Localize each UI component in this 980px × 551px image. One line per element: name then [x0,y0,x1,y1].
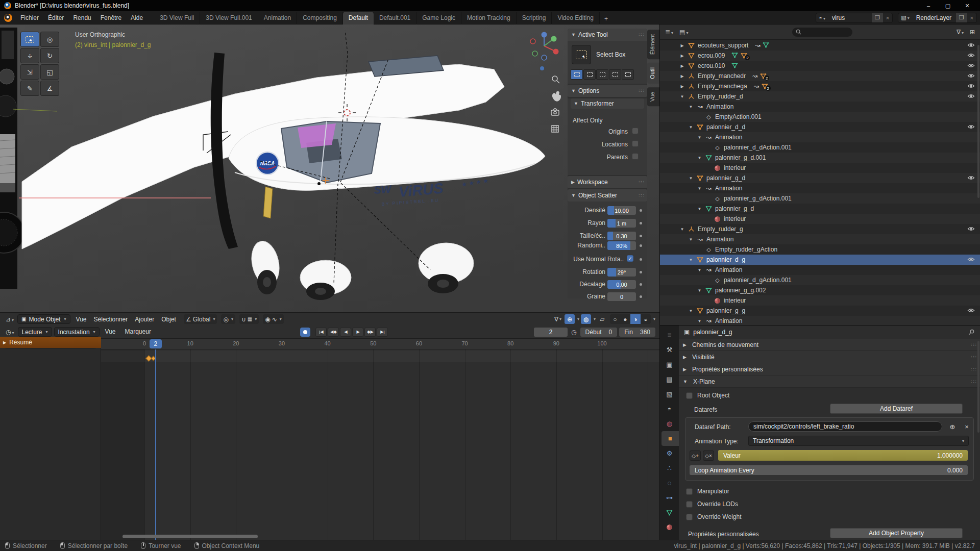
visibility-eye-icon[interactable] [967,53,975,60]
workspace-tab-compositing[interactable]: Compositing [297,12,343,24]
workspace-tab-3d-view-full[interactable]: 3D View Full [154,12,200,24]
disclosure-arrow-icon[interactable]: ▼ [697,156,702,160]
tool-cursor-button[interactable]: ◎ [40,32,59,47]
menu-fichier[interactable]: Fichier [16,13,43,23]
outliner-item-palonnier-g-g-002[interactable]: ▼palonnier_g_g.002 [660,285,980,295]
remove-keyframe-icon[interactable]: ◇× [703,450,714,461]
menu-éditer[interactable]: Éditer [44,13,68,23]
workspace-tab-animation[interactable]: Animation [258,12,297,24]
visibility-eye-icon[interactable] [967,124,975,131]
select-mode-invert-button[interactable] [609,69,621,80]
editor-type-3dview-icon[interactable]: ⊿▾ [4,316,15,323]
rotation-slider[interactable]: 29° [607,268,636,277]
properties-scrollbar[interactable] [977,341,979,433]
dataref-delete-icon[interactable]: × [961,421,972,432]
disclosure-arrow-icon[interactable]: ▶ [679,54,685,58]
timeline-menu-lecture[interactable]: Lecture▾ [18,327,52,337]
timeline-horizontal-scrollbar[interactable] [122,535,258,538]
menu-fenêtre[interactable]: Fenêtre [96,13,126,23]
outliner-item-palonnier-g-daction-001[interactable]: ◇palonnier_g_dAction.001 [660,193,980,204]
disclosure-arrow-icon[interactable]: ▼ [697,186,702,191]
select-mode-extend-button[interactable] [583,69,596,80]
visibility-eye-icon[interactable] [967,42,975,49]
outliner-item-empty-rudder-gaction[interactable]: ◇Empty_rudder_gAction [660,244,980,255]
disclosure-arrow-icon[interactable]: ▶ [679,74,685,79]
add-workspace-button[interactable]: + [600,13,612,24]
timeline-keyframe-area[interactable] [101,349,659,540]
3d-viewport[interactable]: NASA SW ViRUS ★ ★ ★ ★ BY PIPISTREL .EU [0,24,659,325]
close-button[interactable]: ✕ [959,1,976,10]
animate-property-dot[interactable] [640,258,642,261]
affect-locations-checkbox[interactable] [632,140,639,147]
outliner-item-animation[interactable]: ▼↝Animation [660,183,980,193]
outliner-item-empty-manchedr[interactable]: ▶Empty_manchedr↝2 [660,71,980,81]
outliner-item-palonnier-d-gaction-001[interactable]: ◇palonnier_d_gAction.001 [660,275,980,285]
animate-property-dot[interactable] [640,244,642,247]
outliner-item-animation[interactable]: ▼↝Animation [660,102,980,112]
properties-tab-view-layer[interactable]: ▧ [660,387,679,402]
disclosure-arrow-icon[interactable]: ▶ [679,64,685,68]
transformer-subpanel-header[interactable]: ▼ Transformer [571,98,644,109]
dataref-search-icon[interactable]: ⊕ [947,421,958,432]
visibility-eye-icon[interactable] [967,73,975,80]
outliner-scrollbar[interactable] [977,45,979,198]
dataref-value-slider[interactable]: Valeur 1.000000 [718,450,968,461]
override-weight-checkbox[interactable] [686,514,693,520]
current-frame-indicator[interactable]: 2 [150,339,162,348]
channel-summary-row[interactable]: ▶ Résumé [0,337,101,348]
tool-scale-button[interactable]: ⇲ [20,64,39,80]
overlays-toggle-icon[interactable]: ◍ [581,314,591,324]
anim-type-select[interactable]: Transformation ▾ [748,436,969,446]
properties-tab-material[interactable] [660,520,679,535]
maximize-button[interactable]: ▢ [939,1,957,10]
add-object-property-button[interactable]: Add Object Property [830,528,963,538]
viewport-menu-s-lectionner[interactable]: Sélectionner [90,315,132,324]
visibility-eye-icon[interactable] [967,83,975,90]
outliner-item-palonnier-g-d[interactable]: ▼palonnier_g_d [660,204,980,214]
breadcrumb-object-name[interactable]: palonnier_d_g [693,329,732,336]
add-keyframe-icon[interactable]: ◇+ [690,450,701,461]
disclosure-arrow-icon[interactable]: ▼ [697,135,702,140]
frame-end-field[interactable]: Fin 360 [619,328,655,337]
properties-tab-constraints[interactable]: ⊶ [660,490,679,505]
disclosure-arrow-icon[interactable]: ▼ [697,288,702,293]
mode-select[interactable]: ▣ Mode Objet ▾ [17,314,70,324]
outliner-item-empty-rudder-g[interactable]: ▼Empty_rudder_g [660,224,980,234]
workspace-tab-default-001[interactable]: Default.001 [374,12,416,24]
affect-parents-checkbox[interactable] [632,153,639,160]
outliner-item-animation[interactable]: ▼↝Animation [660,234,980,244]
manipulator-checkbox[interactable] [686,488,693,495]
d-calage-slider[interactable]: 0.00 [607,280,636,289]
use-normal-rota--checkbox[interactable]: ✓ [627,255,633,262]
shading-material-icon[interactable]: ◑ [630,314,641,324]
view-layer-name[interactable]: RenderLayer [912,14,956,21]
new-collection-icon[interactable]: ⊞ [968,29,976,36]
animate-property-dot[interactable] [640,271,642,273]
properties-tab-world[interactable]: ◍ [660,416,679,431]
play-button[interactable]: ▶ [352,328,363,337]
loop-animation-field[interactable]: Loop Animation Every 0.000 [690,465,968,475]
active-tool-panel-header[interactable]: ▼ Active Tool ∷∷ [568,29,647,41]
outliner-item-palonnier-g-g[interactable]: ▼palonnier_g_g [660,306,980,316]
editor-type-timeline-icon[interactable]: ◷▾ [4,329,16,336]
timeline-ruler[interactable]: 01020304050607080901002 [101,339,659,349]
proportional-edit-controls[interactable]: ◉∿▾ [263,314,284,324]
outliner-item-ecrou-010[interactable]: ▶ecrou.010 [660,61,980,71]
pivot-point-select[interactable]: ◎▾ [221,314,235,324]
tool-select-box-button[interactable]: ► [20,32,39,47]
outliner-item-interieur[interactable]: interieur [660,163,980,173]
properties-tab-output[interactable]: ▤ [660,372,679,387]
visibility-eye-icon[interactable] [967,63,975,70]
tool-transform-button[interactable]: ◱ [40,64,59,80]
workspace-tab-video-editing[interactable]: Video Editing [552,12,600,24]
disclosure-arrow-icon[interactable]: ▶ [679,84,685,89]
menu-aide[interactable]: Aide [127,13,147,23]
properties-tab-tool[interactable]: ⚒ [660,342,679,357]
panel-xplane[interactable]: ▼ X-Plane ∷∷ [679,375,980,388]
properties-tab-scene[interactable]: ◓ [660,402,679,416]
properties-tab-properties-menu[interactable]: ≡ [660,328,679,342]
select-mode-intersect-button[interactable] [622,69,634,80]
disclosure-arrow-icon[interactable]: ▼ [688,176,694,181]
tool-annotate-button[interactable]: ✎ [20,81,39,96]
rayon-slider[interactable]: 1 m [607,219,636,228]
